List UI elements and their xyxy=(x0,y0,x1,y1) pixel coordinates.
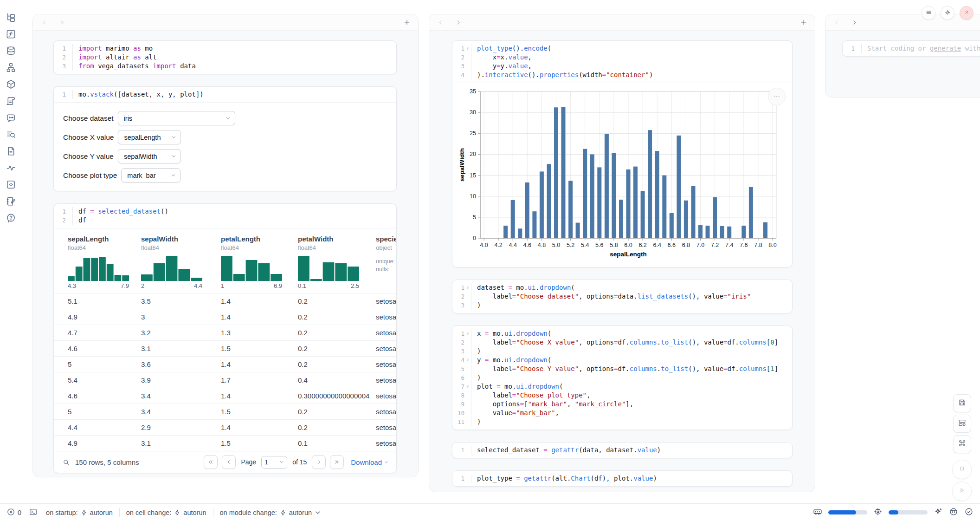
copilot-button[interactable] xyxy=(949,507,958,518)
fold-toggle-icon[interactable]: ∨ xyxy=(464,329,471,338)
line-number-gutter: 12 xyxy=(54,207,72,225)
fold-toggle-icon[interactable]: ∨ xyxy=(464,44,471,53)
table-row: 53.61.40.2setosa xyxy=(54,356,396,372)
svg-text:5.2: 5.2 xyxy=(567,242,574,248)
scroll-left-button[interactable] xyxy=(833,19,840,26)
svg-text:15: 15 xyxy=(470,172,476,179)
dataframe-table: sepalLengthfloat644.37.9sepalWidthfloat6… xyxy=(54,228,396,473)
table-cell: 1.7 xyxy=(221,376,298,384)
table-cell: 0.1 xyxy=(298,439,376,447)
row-count-summary: 150 rows, 5 columns xyxy=(75,458,139,466)
download-label: Download xyxy=(351,458,382,466)
line-number-gutter: 1∨234 xyxy=(452,44,471,79)
floating-actions xyxy=(952,394,972,501)
tracing-icon[interactable] xyxy=(6,163,16,173)
cell-xy-plot-dropdowns: 1∨234∨567∨891011x = mo.ui.dropdown( labe… xyxy=(452,326,793,430)
runmode-2[interactable]: on cell change:autorun xyxy=(126,509,206,516)
runmode-3[interactable]: on module change:autorun xyxy=(220,509,322,516)
next-page-button[interactable] xyxy=(312,455,326,469)
dataset-select-row: Choose datasetiris xyxy=(63,111,387,125)
terminal-button[interactable] xyxy=(29,508,38,518)
code-editor[interactable]: import marimo as moimport altair as altf… xyxy=(72,44,396,71)
scripts-icon[interactable] xyxy=(6,96,16,106)
add-cell-button[interactable] xyxy=(800,19,807,26)
file-explorer-icon[interactable] xyxy=(6,12,16,23)
scroll-left-button[interactable] xyxy=(40,19,48,26)
altair-chart[interactable]: 4.04.24.44.64.85.05.25.45.65.86.06.26.46… xyxy=(452,83,792,267)
shortcuts-button[interactable] xyxy=(953,435,971,453)
settings-button[interactable] xyxy=(941,6,954,20)
scratchpad-icon[interactable] xyxy=(6,196,16,207)
save-button[interactable] xyxy=(953,394,971,412)
dependency-graph-icon[interactable] xyxy=(6,62,16,73)
errors-indicator[interactable]: 0 xyxy=(6,508,21,518)
cpu-usage xyxy=(873,507,883,518)
x-value-select-row: Choose X valuesepalLength xyxy=(63,130,387,144)
chart-menu-button[interactable] xyxy=(768,88,786,105)
table-cell: 2.9 xyxy=(141,423,221,431)
fold-toggle-icon[interactable]: ∨ xyxy=(464,356,471,365)
ai-chat-icon[interactable] xyxy=(6,112,16,123)
shutdown-button[interactable] xyxy=(960,6,974,20)
divider xyxy=(213,508,213,517)
plot-type-select[interactable]: mark_bar xyxy=(121,168,181,182)
scroll-left-button[interactable] xyxy=(437,19,444,26)
column-min: 0.1 xyxy=(298,282,306,289)
scroll-right-button[interactable] xyxy=(58,19,65,26)
y-value-select[interactable]: sepalWidth xyxy=(118,149,181,163)
page-number: 1 xyxy=(264,459,268,466)
search-icon[interactable] xyxy=(62,458,70,466)
column-2-header xyxy=(429,14,815,31)
table-row: 4.73.21.30.2setosa xyxy=(54,325,396,340)
documentation-icon[interactable] xyxy=(6,146,16,156)
table-cell: 3.9 xyxy=(141,376,221,384)
code-editor[interactable]: Start coding or generate with AI. xyxy=(861,44,980,53)
errors-count: 0 xyxy=(18,509,21,516)
first-page-button[interactable] xyxy=(204,455,218,469)
svg-text:5.6: 5.6 xyxy=(595,242,603,248)
table-cell: 0.2 xyxy=(298,408,376,416)
table-row: 4.93.11.50.1setosa xyxy=(54,435,396,451)
runmode-1[interactable]: on startup:autorun xyxy=(46,509,113,516)
download-button[interactable]: Download xyxy=(351,458,389,466)
code-editor[interactable]: plot_type = getattr(alt.Chart(df), plot.… xyxy=(471,474,792,483)
datasources-icon[interactable] xyxy=(6,46,16,56)
layout-toggle-button[interactable] xyxy=(953,415,971,433)
table-cell: 0.2 xyxy=(298,360,376,368)
page-select[interactable]: 1 xyxy=(261,456,287,469)
scroll-right-button[interactable] xyxy=(851,19,858,26)
add-cell-button[interactable] xyxy=(403,19,411,26)
code-editor[interactable]: plot_type().encode( x=x.value, y=y.value… xyxy=(471,44,792,79)
notebook-column-1: 123import marimo as moimport altair as a… xyxy=(32,14,419,477)
code-editor[interactable]: df = selected_dataset()df xyxy=(72,207,396,225)
svg-text:6.4: 6.4 xyxy=(653,242,661,248)
fold-toggle-icon[interactable]: ∨ xyxy=(464,382,471,391)
code-editor[interactable]: dataset = mo.ui.dropdown( label="Choose … xyxy=(471,283,792,310)
help-icon[interactable] xyxy=(6,213,16,223)
fold-toggle-icon[interactable]: ∨ xyxy=(464,283,471,292)
table-header: sepalLengthfloat644.37.9sepalWidthfloat6… xyxy=(54,228,396,293)
menu-button[interactable] xyxy=(922,6,935,20)
connection-status[interactable] xyxy=(964,507,974,518)
dataset-select[interactable]: iris xyxy=(118,111,235,125)
table-cell: setosa xyxy=(376,313,396,321)
cell-dataset-dropdown: 1∨23dataset = mo.ui.dropdown( label="Cho… xyxy=(452,280,793,313)
code-editor[interactable]: x = mo.ui.dropdown( label="Choose X valu… xyxy=(471,329,792,426)
svg-text:5.8: 5.8 xyxy=(610,242,618,248)
convert-notebook-icon[interactable] xyxy=(6,29,16,39)
command-icon xyxy=(958,439,967,449)
code-editor[interactable]: mo.vstack([dataset, x, y, plot]) xyxy=(72,90,396,99)
ai-assist-button[interactable] xyxy=(934,507,943,518)
x-value-select[interactable]: sepalLength xyxy=(118,130,181,144)
column-name: species xyxy=(376,235,396,243)
previous-page-button[interactable] xyxy=(222,455,236,469)
run-button[interactable] xyxy=(952,482,972,501)
code-editor[interactable]: selected_dataset = getattr(data, dataset… xyxy=(471,446,792,455)
table-cell: 5 xyxy=(68,408,141,416)
scroll-right-button[interactable] xyxy=(454,19,462,26)
last-page-button[interactable] xyxy=(330,455,344,469)
packages-icon[interactable] xyxy=(6,79,16,90)
stop-button[interactable] xyxy=(952,460,972,479)
logs-icon[interactable] xyxy=(6,129,16,140)
snippets-icon[interactable] xyxy=(6,179,16,190)
